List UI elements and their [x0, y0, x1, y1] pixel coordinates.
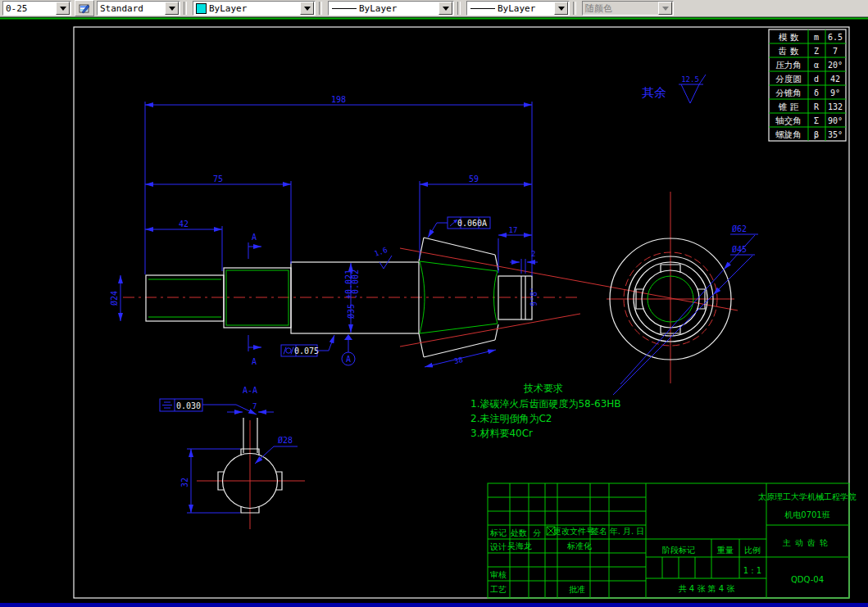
svg-text:Ø24: Ø24 — [110, 291, 119, 306]
lineweight-combo[interactable]: ByLayer — [466, 1, 570, 16]
chevron-down-icon — [443, 7, 449, 11]
section-mark-letter: A — [252, 233, 257, 242]
svg-text:32: 32 — [180, 478, 189, 487]
section-title: A-A — [243, 386, 257, 395]
label-zone: 分 — [533, 528, 541, 537]
layer-combo-value: 0-25 — [3, 3, 56, 14]
chevron-down-icon — [558, 7, 565, 11]
section-mark-letter: A — [252, 357, 257, 366]
drawing-canvas[interactable]: 模 数 m 6.5 齿 数 Z 7 压力角 α 20° 分度圆 d 42 分锥角… — [0, 16, 868, 607]
dim-dia28: Ø28 — [255, 436, 298, 464]
param-label: 压力角 — [775, 60, 802, 70]
param-symbol: Z — [814, 47, 819, 56]
linetype-combo[interactable]: ByLayer — [328, 1, 454, 16]
dim-38: 38 — [425, 350, 496, 367]
scale-value: 1 : 1 — [743, 566, 761, 575]
dim-75: 75 — [145, 174, 291, 264]
toolbar-separator — [457, 2, 461, 15]
pitch-cone-line-upper — [400, 248, 738, 310]
tech-item: 2.未注明倒角为C2 — [470, 413, 552, 424]
param-value: 9° — [830, 88, 840, 97]
color-combo[interactable]: ByLayer — [193, 1, 316, 16]
text-style-dropdown[interactable] — [165, 2, 179, 15]
toolbar-separator — [184, 2, 187, 15]
label-check: 审核 — [490, 570, 507, 579]
param-symbol: d — [814, 75, 819, 84]
svg-text:0.060: 0.060 — [457, 219, 482, 228]
designer-name: 吴海龙 — [507, 541, 532, 550]
chevron-down-icon — [662, 7, 669, 11]
chevron-down-icon — [169, 7, 175, 11]
param-symbol: β — [814, 130, 819, 139]
param-value: 20° — [828, 61, 843, 70]
dim-dia35: Ø35 +0.021 -0.002 — [344, 263, 360, 333]
svg-text:A: A — [482, 219, 487, 228]
class-name: 机电0701班 — [784, 510, 829, 519]
label-process: 工艺 — [490, 585, 507, 594]
param-label: 分度圆 — [775, 74, 802, 84]
lineweight-swatch — [470, 8, 495, 9]
datum-a: A — [342, 334, 355, 365]
make-layer-current-button[interactable] — [75, 0, 94, 16]
svg-text:7: 7 — [252, 402, 257, 410]
section-cut-mark-bottom: A — [248, 335, 261, 366]
svg-text:Ø62: Ø62 — [732, 224, 747, 233]
front-view: A A 198 75 59 — [110, 95, 738, 367]
svg-text:198: 198 — [331, 95, 346, 104]
drawing-number: QDQ-04 — [791, 575, 824, 584]
param-value: 35° — [828, 130, 843, 139]
roughness-value: 12.5 — [681, 75, 699, 84]
cad-application: 0-25 Standard ByLayer ByLayer — [0, 0, 868, 607]
drawing-frame — [74, 27, 849, 598]
shaft-section-1 — [146, 275, 224, 321]
color-combo-dropdown[interactable] — [300, 2, 314, 15]
linetype-combo-value: ByLayer — [357, 3, 439, 14]
general-roughness-note: 其余 12.5 — [642, 75, 706, 103]
dim-dia45: Ø45 — [613, 245, 755, 395]
dim-17: 17 — [498, 226, 532, 273]
dim-7: 7 — [227, 402, 274, 412]
toolbar-separator — [573, 2, 576, 15]
roughness-1-6: 1.6 — [373, 246, 392, 269]
param-symbol: α — [814, 61, 819, 70]
label-stage: 阶段标记 — [662, 546, 695, 555]
param-value: 90° — [828, 116, 843, 125]
param-label: 分锥角 — [775, 88, 802, 97]
svg-text:0.075: 0.075 — [294, 347, 319, 356]
label-scale: 比例 — [744, 546, 761, 555]
svg-text:17: 17 — [509, 226, 518, 234]
cylindricity-symbol-icon — [286, 348, 291, 353]
part-name: 主动齿轮 — [782, 538, 832, 547]
properties-toolbar: 0-25 Standard ByLayer ByLayer — [0, 0, 868, 17]
layer-combo-dropdown[interactable] — [56, 2, 70, 15]
school-name: 太原理工大学机械工程学院 — [758, 492, 857, 501]
param-value: 7 — [833, 47, 838, 56]
label-mark: 标记 — [489, 528, 507, 537]
layer-tool-icon — [79, 2, 90, 14]
svg-text:Ø35: Ø35 — [347, 304, 356, 319]
lineweight-combo-dropdown[interactable] — [554, 2, 568, 15]
svg-text:A: A — [346, 355, 351, 364]
svg-text:2: 2 — [531, 250, 535, 258]
label-approve: 批准 — [569, 585, 585, 594]
svg-text:59: 59 — [469, 174, 479, 183]
layer-combo[interactable]: 0-25 — [2, 1, 71, 16]
label-standardization: 标准化 — [566, 541, 592, 550]
label-count: 处数 — [511, 528, 527, 537]
note-label: 其余 — [642, 85, 666, 100]
gdt-cylindricity-frame: 0.075 — [281, 335, 334, 356]
color-combo-value: ByLayer — [207, 3, 300, 14]
gdt-runout-frame: 0.060 A — [428, 217, 490, 238]
linetype-combo-dropdown[interactable] — [439, 2, 452, 15]
param-label: 螺旋角 — [775, 129, 802, 139]
tech-item: 1.渗碳淬火后齿面硬度为58-63HB — [470, 398, 621, 410]
svg-text:42: 42 — [179, 220, 189, 229]
param-label: 轴交角 — [775, 116, 802, 125]
section-view-aa: A-A 7 32 Ø28 — [160, 386, 305, 529]
lineweight-combo-value: ByLayer — [495, 3, 554, 14]
svg-text:0.030: 0.030 — [176, 401, 201, 410]
plot-style-value: 随颜色 — [583, 2, 658, 15]
label-doc-no: 更改文件号 — [553, 527, 594, 536]
label-date: 年. 月. 日 — [610, 527, 645, 536]
text-style-combo[interactable]: Standard — [97, 1, 180, 16]
